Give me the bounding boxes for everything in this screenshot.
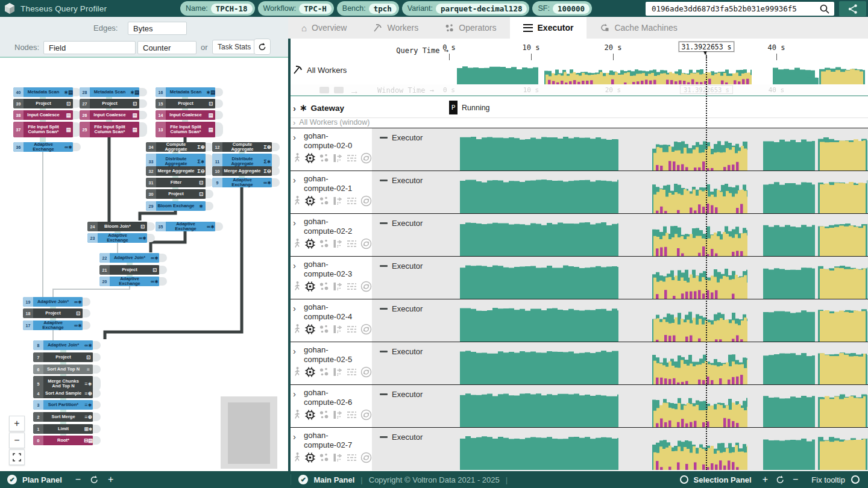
plan-node-compute-aggregate[interactable]: 12Compute AggregateΣ⊕: [212, 142, 272, 152]
runner-icon[interactable]: [292, 195, 301, 207]
main-panel-check-icon[interactable]: ✔: [298, 475, 308, 484]
task-list-icon[interactable]: [346, 196, 357, 206]
all-workers-utilization-chart[interactable]: [449, 60, 868, 84]
selection-panel-refresh-icon[interactable]: [775, 475, 785, 485]
sync-icon[interactable]: [360, 195, 372, 207]
sync-icon[interactable]: [360, 281, 372, 292]
split-bar-icon[interactable]: [332, 196, 343, 206]
task-list-icon[interactable]: [346, 453, 357, 463]
plan-node-adaptive-exchange[interactable]: 17Adaptive Exchange∞∗: [23, 321, 83, 330]
task-list-icon[interactable]: [346, 239, 357, 249]
plan-node-input-coalesce[interactable]: 26Input Coalesce▤: [80, 110, 140, 120]
plan-minimap[interactable]: [221, 396, 277, 469]
cpu-chip-icon[interactable]: [304, 195, 316, 207]
time-cursor-line[interactable]: [706, 55, 707, 470]
executor-row[interactable]: › gohan- compute-02-7: [288, 427, 868, 470]
runner-icon[interactable]: [292, 152, 301, 164]
task-stats-button[interactable]: Task Stats: [212, 40, 256, 54]
sf-field[interactable]: SF: 100000: [532, 1, 592, 16]
plan-node-adaptive-exchange[interactable]: 23Adaptive Exchange∞∗: [87, 233, 148, 243]
gateway-row[interactable]: › ∗ Gateway P Running: [288, 98, 868, 118]
executor-row[interactable]: › gohan- compute-02-4: [288, 299, 868, 342]
bench-field[interactable]: Bench: tpch: [337, 1, 399, 16]
plan-node-adaptive-join[interactable]: 8Adaptive Join*∞∗: [33, 340, 93, 350]
selection-panel-collapse-icon[interactable]: −: [793, 474, 798, 485]
plan-node-metadata-scan[interactable]: 28Metadata Scan∗▤: [80, 87, 140, 97]
executor-utilization-chart[interactable]: [372, 128, 868, 171]
plan-node-adaptive-exchange[interactable]: 9Adaptive Exchange∞∗: [212, 178, 272, 187]
plan-node-sort-and-top-n[interactable]: 6Sort And Top N≡: [33, 364, 93, 374]
split-bar-icon[interactable]: [332, 153, 343, 163]
executor-utilization-chart[interactable]: [372, 214, 868, 257]
sync-icon[interactable]: [360, 452, 372, 463]
runner-icon[interactable]: [292, 238, 301, 249]
executor-row[interactable]: › gohan- compute-02-5: [288, 342, 868, 384]
plan-node-project[interactable]: 27Project⊡: [80, 99, 140, 108]
operators-dots-icon[interactable]: [319, 367, 329, 377]
operators-dots-icon[interactable]: [319, 324, 329, 334]
split-bar-icon[interactable]: [332, 239, 343, 249]
task-list-icon[interactable]: [346, 410, 357, 420]
share-button[interactable]: [839, 1, 866, 16]
plan-node-project[interactable]: 18Project⊡: [23, 308, 83, 318]
nodes-field-input[interactable]: [43, 41, 136, 54]
executor-row[interactable]: › gohan- compute-02-0: [288, 128, 868, 170]
split-bar-icon[interactable]: [332, 410, 343, 420]
cpu-chip-icon[interactable]: [304, 238, 316, 249]
edges-input[interactable]: [128, 22, 187, 35]
workflow-field[interactable]: Workflow: TPC-H: [258, 1, 334, 16]
plan-node-merge-aggregate[interactable]: 32Merge AggregateΣ⊖: [146, 166, 206, 176]
split-bar-icon[interactable]: [332, 452, 343, 463]
sync-icon[interactable]: [360, 238, 372, 249]
nodes-counter-input[interactable]: [137, 41, 197, 54]
plan-node-input-coalesce[interactable]: 14Input Coalesce▤: [156, 110, 216, 120]
executor-utilization-chart[interactable]: [372, 171, 868, 214]
executor-utilization-chart[interactable]: [372, 342, 868, 385]
plan-node-adaptive-join[interactable]: 22Adaptive Join*∞∗: [99, 253, 160, 263]
sync-icon[interactable]: [360, 366, 372, 378]
fit-view-button[interactable]: [9, 449, 25, 465]
executor-utilization-chart[interactable]: [372, 385, 868, 428]
plan-node-metadata-scan[interactable]: 40Metadata Scan∗▤: [13, 87, 74, 97]
task-list-icon[interactable]: [346, 282, 357, 292]
fix-tooltip-toggle[interactable]: [851, 475, 860, 484]
sync-icon[interactable]: [360, 409, 372, 421]
search-input[interactable]: [646, 4, 819, 13]
plan-node-project[interactable]: 21Project⊡: [99, 265, 160, 275]
runner-icon[interactable]: [292, 366, 301, 378]
sync-icon[interactable]: [360, 152, 372, 164]
executor-row[interactable]: › gohan- compute-02-6: [288, 384, 868, 427]
plan-node-metadata-scan[interactable]: 16Metadata Scan∗▤: [156, 87, 216, 97]
chevron-expand-icon[interactable]: ›: [293, 218, 296, 227]
plan-node-project[interactable]: 30Project⊡: [146, 189, 206, 199]
tab-operators[interactable]: Operators: [432, 17, 509, 39]
operators-dots-icon[interactable]: [319, 281, 329, 292]
runner-icon[interactable]: [292, 281, 301, 292]
operators-dots-icon[interactable]: [319, 239, 329, 249]
executor-row[interactable]: › gohan- compute-02-2: [288, 213, 868, 256]
plan-node-file-input-split-column-scan[interactable]: 37File Input Split Column Scan*▤: [13, 122, 74, 137]
plan-panel-check-icon[interactable]: ✔: [7, 475, 17, 484]
plan-panel-expand-icon[interactable]: +: [108, 474, 113, 485]
cpu-chip-icon[interactable]: [304, 452, 316, 463]
selection-panel-expand-icon[interactable]: +: [763, 474, 768, 485]
plan-node-project[interactable]: 7Project⊡: [33, 352, 93, 362]
runner-icon[interactable]: [292, 409, 301, 421]
zoom-out-button[interactable]: −: [9, 433, 25, 448]
variant-field[interactable]: Variant: parquet-decimal128: [402, 1, 530, 16]
cpu-chip-icon[interactable]: [304, 152, 316, 164]
sync-icon[interactable]: [360, 324, 372, 335]
all-workers-window-row[interactable]: › All Workers (window): [288, 118, 868, 128]
selection-panel-circle-icon[interactable]: [680, 475, 688, 484]
task-list-icon[interactable]: [346, 325, 357, 334]
plan-node-adaptive-exchange[interactable]: 20Adaptive Exchange∞∗: [99, 277, 160, 286]
chevron-expand-icon[interactable]: ›: [293, 133, 296, 142]
plan-node-file-input-split-column-scan[interactable]: 13File Input Split Column Scan*▤: [156, 122, 216, 137]
plan-node-sort-and-sample[interactable]: 4Sort And Sample≡⊕: [33, 389, 93, 398]
chevron-expand-icon[interactable]: ›: [293, 119, 295, 127]
tab-executor[interactable]: Executor: [510, 17, 587, 39]
runner-icon[interactable]: [292, 324, 301, 335]
plan-refresh-button[interactable]: [254, 39, 271, 55]
plan-node-root[interactable]: 0Root*⊟▤: [33, 436, 93, 445]
tab-cache-machines[interactable]: Cache Machines: [587, 17, 690, 39]
